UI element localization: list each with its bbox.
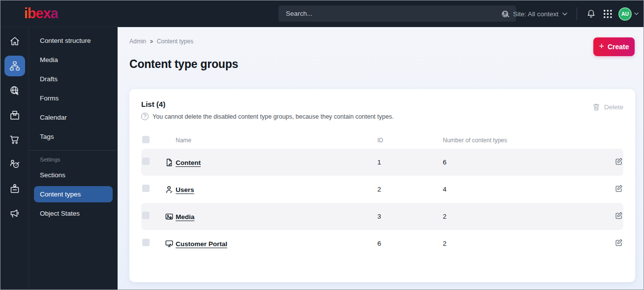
edit-button[interactable] <box>614 184 623 194</box>
help-text: You cannot delete the disabled content t… <box>153 113 394 120</box>
breadcrumb-separator-icon: > <box>150 39 153 44</box>
breadcrumb-admin[interactable]: Admin <box>129 38 146 45</box>
cart-icon <box>9 134 21 146</box>
row-checkbox[interactable] <box>142 239 150 246</box>
breadcrumb: Admin > Content types <box>129 38 193 45</box>
icon-rail <box>0 27 29 290</box>
topbar-right-cluster: Site: All context AU <box>501 0 639 27</box>
page-title: Content type groups <box>129 58 238 71</box>
group-id: 2 <box>377 186 443 193</box>
edit-icon <box>614 157 623 166</box>
group-name-link[interactable]: Customer Portal <box>176 240 227 248</box>
table-body: Content16Users24Media32Customer Portal62 <box>141 149 623 257</box>
sidebar-item-tags[interactable]: Tags <box>29 127 118 146</box>
sidebar-item-calendar[interactable]: Calendar <box>29 108 118 127</box>
topbar-divider <box>577 7 577 20</box>
table-row: Customer Portal62 <box>141 230 623 257</box>
avatar-chevron-icon <box>634 12 639 15</box>
sidebar-settings-list: SectionsContent typesObject States <box>29 165 118 223</box>
rail-item-company[interactable] <box>0 177 29 201</box>
rail-item-content-structure[interactable] <box>0 54 29 78</box>
table-row: Content16 <box>141 149 623 176</box>
column-header-count[interactable]: Number of content types <box>443 137 604 144</box>
media-image-icon <box>163 212 176 221</box>
user-icon <box>163 185 176 194</box>
help-icon: ? <box>141 113 149 120</box>
rail-item-customer[interactable] <box>0 152 29 177</box>
table-row: Users24 <box>141 176 623 203</box>
ibexa-logo: ibexa <box>24 5 58 22</box>
global-search-input[interactable]: Search... <box>278 5 516 22</box>
chevron-down-icon <box>562 12 567 16</box>
create-button[interactable]: + Create <box>593 37 635 56</box>
rail-item-home[interactable] <box>0 29 29 54</box>
sidebar-item-content-types[interactable]: Content types <box>34 186 113 202</box>
campaign-icon <box>9 208 21 220</box>
sidebar-menu: Content structureMediaDraftsFormsCalenda… <box>29 27 118 290</box>
sidebar-item-forms[interactable]: Forms <box>29 89 118 108</box>
row-checkbox[interactable] <box>142 158 150 165</box>
edit-icon <box>614 238 623 247</box>
content-structure-icon <box>9 60 21 72</box>
edit-button[interactable] <box>614 211 623 222</box>
column-header-name[interactable]: Name <box>176 137 377 144</box>
group-name-link[interactable]: Content <box>176 159 201 166</box>
row-checkbox[interactable] <box>142 185 150 192</box>
sidebar-item-sections[interactable]: Sections <box>29 165 118 185</box>
edit-icon <box>614 184 623 193</box>
create-button-label: Create <box>608 43 629 51</box>
edit-icon <box>614 211 623 220</box>
bell-icon[interactable] <box>586 9 596 19</box>
avatar[interactable]: AU <box>618 7 632 21</box>
sidebar-item-media[interactable]: Media <box>29 50 118 69</box>
sidebar-item-content-structure[interactable]: Content structure <box>29 31 118 50</box>
sidebar-menu-list: Content structureMediaDraftsFormsCalenda… <box>29 31 118 146</box>
sidebar-settings-label: Settings <box>29 151 118 165</box>
edit-button[interactable] <box>614 238 623 249</box>
table-header: Name ID Number of content types <box>141 132 623 149</box>
app-window: ibexa Search... Site: All context <box>0 0 644 290</box>
site-icon <box>9 85 21 97</box>
delete-button-label: Delete <box>604 103 623 111</box>
search-placeholder: Search... <box>286 10 501 17</box>
top-bar: ibexa Search... Site: All context <box>0 0 644 27</box>
group-name-link[interactable]: Users <box>176 186 194 193</box>
app-grid-icon[interactable] <box>604 10 612 18</box>
rail-item-campaign[interactable] <box>0 201 29 226</box>
select-all-checkbox[interactable] <box>142 136 150 143</box>
row-checkbox[interactable] <box>142 212 150 219</box>
company-icon <box>9 183 21 195</box>
home-icon <box>9 35 21 47</box>
globe-icon <box>501 10 509 18</box>
customer-icon <box>9 159 21 170</box>
sidebar-item-object-states[interactable]: Object States <box>29 204 118 223</box>
list-count-title: List (4) <box>141 100 394 108</box>
group-content-type-count: 6 <box>443 159 604 166</box>
user-menu[interactable]: AU <box>618 7 639 21</box>
group-content-type-count: 2 <box>443 213 604 220</box>
site-context-selector[interactable]: Site: All context <box>501 10 567 18</box>
column-header-id[interactable]: ID <box>377 137 443 144</box>
site-context-label: Site: All context <box>513 10 558 18</box>
group-id: 3 <box>377 213 443 220</box>
group-id: 6 <box>377 240 443 247</box>
group-content-type-count: 4 <box>443 186 604 193</box>
table-row: Media32 <box>141 203 623 230</box>
content-file-icon <box>163 158 176 167</box>
rail-item-product-catalog[interactable] <box>0 103 29 128</box>
group-name-link[interactable]: Media <box>176 213 194 221</box>
rail-item-cart[interactable] <box>0 128 29 152</box>
rail-item-site[interactable] <box>0 78 29 103</box>
delete-button[interactable]: Delete <box>592 103 623 111</box>
sidebar-item-drafts[interactable]: Drafts <box>29 69 118 89</box>
breadcrumb-content-types: Content types <box>157 38 193 45</box>
group-id: 1 <box>377 159 443 166</box>
edit-button[interactable] <box>614 157 623 167</box>
content-type-groups-card: List (4) ? You cannot delete the disable… <box>129 89 635 282</box>
product-catalog-icon <box>9 109 21 121</box>
group-content-type-count: 2 <box>443 240 604 247</box>
plus-icon: + <box>599 42 604 51</box>
main-content: Admin > Content types + Create Content t… <box>118 27 644 290</box>
portal-monitor-icon <box>163 239 176 248</box>
